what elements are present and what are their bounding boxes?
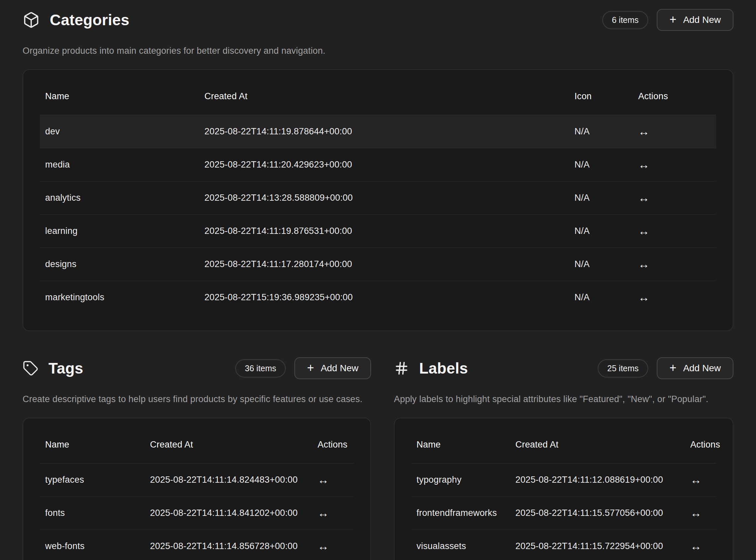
table-row[interactable]: analytics 2025-08-22T14:13:28.588809+00:… xyxy=(40,181,716,215)
tag-icon xyxy=(23,360,39,376)
move-arrow-icon[interactable]: ↔ xyxy=(312,497,354,530)
categories-count-badge: 6 items xyxy=(602,11,649,29)
add-new-label: Add New xyxy=(321,363,358,374)
labels-card: Name Created At Actions typography 2025-… xyxy=(394,418,733,560)
taxonomy-page: Categories 6 items + Add New Organize pr… xyxy=(0,0,756,560)
table-row[interactable]: marketingtools 2025-08-22T15:19:36.98923… xyxy=(40,281,716,314)
page-title: Categories xyxy=(50,11,130,29)
cell-created-at: 2025-08-22T14:11:14.824483+00:00 xyxy=(145,463,312,497)
table-row[interactable]: typography 2025-08-22T14:11:12.088619+00… xyxy=(411,463,716,497)
cell-created-at: 2025-08-22T15:19:36.989235+00:00 xyxy=(199,281,569,314)
labels-table: Name Created At Actions typography 2025-… xyxy=(411,435,716,560)
cell-name: frontendframeworks xyxy=(411,497,510,530)
column-header-name: Name xyxy=(411,435,510,463)
cell-icon: N/A xyxy=(569,181,633,215)
column-header-created-at: Created At xyxy=(145,435,312,463)
cell-created-at: 2025-08-22T14:11:20.429623+00:00 xyxy=(199,148,569,181)
labels-add-new-button[interactable]: + Add New xyxy=(657,357,733,379)
cell-created-at: 2025-08-22T14:11:17.280174+00:00 xyxy=(199,248,569,281)
table-row[interactable]: fonts 2025-08-22T14:11:14.841202+00:00 ↔ xyxy=(40,497,354,530)
move-arrow-icon[interactable]: ↔ xyxy=(633,115,716,148)
cell-created-at: 2025-08-22T14:11:15.722954+00:00 xyxy=(510,530,685,560)
cell-name: designs xyxy=(40,248,199,281)
categories-table: Name Created At Icon Actions dev 2025-08… xyxy=(40,86,716,314)
column-header-name: Name xyxy=(40,86,199,115)
column-header-created-at: Created At xyxy=(510,435,685,463)
cell-name: web-fonts xyxy=(40,530,145,560)
table-row[interactable]: web-fonts 2025-08-22T14:11:14.856728+00:… xyxy=(40,530,354,560)
move-arrow-icon[interactable]: ↔ xyxy=(312,530,354,560)
move-arrow-icon[interactable]: ↔ xyxy=(633,181,716,215)
cell-name: fonts xyxy=(40,497,145,530)
move-arrow-icon[interactable]: ↔ xyxy=(312,463,354,497)
categories-description: Organize products into main categories f… xyxy=(23,46,733,56)
move-arrow-icon[interactable]: ↔ xyxy=(685,463,716,497)
cell-icon: N/A xyxy=(569,148,633,181)
move-arrow-icon[interactable]: ↔ xyxy=(633,281,716,314)
move-arrow-icon[interactable]: ↔ xyxy=(685,530,716,560)
categories-section: Categories 6 items + Add New Organize pr… xyxy=(23,8,733,331)
table-row[interactable]: learning 2025-08-22T14:11:19.876531+00:0… xyxy=(40,215,716,248)
tags-section: Tags 36 items + Add New Create descripti… xyxy=(23,356,371,560)
labels-header: Labels 25 items + Add New xyxy=(394,356,733,380)
add-new-label: Add New xyxy=(683,15,721,25)
cell-name: media xyxy=(40,148,199,181)
categories-card: Name Created At Icon Actions dev 2025-08… xyxy=(23,69,733,331)
labels-count-badge: 25 items xyxy=(598,359,648,378)
plus-icon: + xyxy=(307,363,314,373)
categories-header: Categories 6 items + Add New xyxy=(23,8,733,32)
cell-name: typefaces xyxy=(40,463,145,497)
cell-icon: N/A xyxy=(569,215,633,248)
labels-title: Labels xyxy=(419,359,468,377)
tags-description: Create descriptive tags to help users fi… xyxy=(23,394,371,404)
move-arrow-icon[interactable]: ↔ xyxy=(633,248,716,281)
tags-header: Tags 36 items + Add New xyxy=(23,356,371,380)
cell-created-at: 2025-08-22T14:11:14.841202+00:00 xyxy=(145,497,312,530)
cell-icon: N/A xyxy=(569,281,633,314)
table-row[interactable]: media 2025-08-22T14:11:20.429623+00:00 N… xyxy=(40,148,716,181)
cell-name: learning xyxy=(40,215,199,248)
cell-name: marketingtools xyxy=(40,281,199,314)
table-row[interactable]: dev 2025-08-22T14:11:19.878644+00:00 N/A… xyxy=(40,115,716,148)
table-row[interactable]: frontendframeworks 2025-08-22T14:11:15.5… xyxy=(411,497,716,530)
cell-created-at: 2025-08-22T14:11:14.856728+00:00 xyxy=(145,530,312,560)
tags-table: Name Created At Actions typefaces 2025-0… xyxy=(40,435,354,560)
tags-add-new-button[interactable]: + Add New xyxy=(294,357,371,379)
cell-created-at: 2025-08-22T14:11:15.577056+00:00 xyxy=(510,497,685,530)
tags-count-badge: 36 items xyxy=(235,359,286,378)
move-arrow-icon[interactable]: ↔ xyxy=(633,215,716,248)
table-row[interactable]: typefaces 2025-08-22T14:11:14.824483+00:… xyxy=(40,463,354,497)
column-header-name: Name xyxy=(40,435,145,463)
add-new-label: Add New xyxy=(683,363,721,374)
labels-section: Labels 25 items + Add New Apply labels t… xyxy=(394,356,733,560)
table-row[interactable]: designs 2025-08-22T14:11:17.280174+00:00… xyxy=(40,248,716,281)
column-header-created-at: Created At xyxy=(199,86,569,115)
cell-created-at: 2025-08-22T14:11:19.878644+00:00 xyxy=(199,115,569,148)
box-icon xyxy=(23,11,40,28)
table-header-row: Name Created At Actions xyxy=(40,435,354,463)
table-row[interactable]: visualassets 2025-08-22T14:11:15.722954+… xyxy=(411,530,716,560)
column-header-actions: Actions xyxy=(685,435,716,463)
column-header-actions: Actions xyxy=(312,435,354,463)
tags-title: Tags xyxy=(48,359,83,377)
hash-icon xyxy=(394,361,409,376)
categories-add-new-button[interactable]: + Add New xyxy=(657,9,733,31)
cell-name: visualassets xyxy=(411,530,510,560)
cell-name: analytics xyxy=(40,181,199,215)
plus-icon: + xyxy=(669,15,676,24)
plus-icon: + xyxy=(669,363,676,373)
table-header-row: Name Created At Icon Actions xyxy=(40,86,716,115)
cell-name: typography xyxy=(411,463,510,497)
cell-created-at: 2025-08-22T14:13:28.588809+00:00 xyxy=(199,181,569,215)
cell-icon: N/A xyxy=(569,115,633,148)
move-arrow-icon[interactable]: ↔ xyxy=(633,148,716,181)
column-header-icon: Icon xyxy=(569,86,633,115)
cell-created-at: 2025-08-22T14:11:19.876531+00:00 xyxy=(199,215,569,248)
tags-card: Name Created At Actions typefaces 2025-0… xyxy=(23,418,371,560)
move-arrow-icon[interactable]: ↔ xyxy=(685,497,716,530)
labels-description: Apply labels to highlight special attrib… xyxy=(394,394,733,404)
column-header-actions: Actions xyxy=(633,86,716,115)
cell-name: dev xyxy=(40,115,199,148)
table-header-row: Name Created At Actions xyxy=(411,435,716,463)
cell-created-at: 2025-08-22T14:11:12.088619+00:00 xyxy=(510,463,685,497)
